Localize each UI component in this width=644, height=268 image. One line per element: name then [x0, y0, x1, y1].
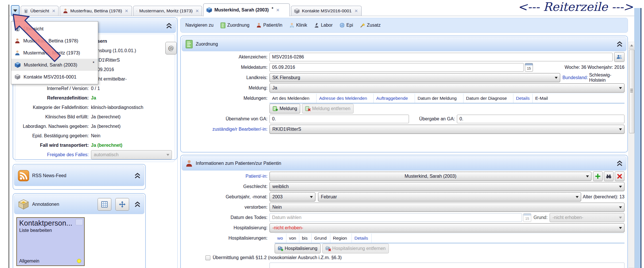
column-header[interactable]: Details	[352, 234, 372, 243]
column-header[interactable]: Adresse des Meldenden	[317, 94, 374, 103]
column-header[interactable]: wo	[275, 234, 286, 243]
todesdatum-input[interactable]: Datum wählen	[269, 213, 522, 222]
patient-remove-button[interactable]	[615, 171, 624, 181]
select-value: -nicht erhoben-	[272, 225, 303, 230]
geburtsmonat-select[interactable]: Februar	[318, 192, 581, 202]
column-header[interactable]: von	[286, 234, 299, 243]
landkreis-select[interactable]: SK Flensburg	[269, 73, 560, 82]
nav-link-klinik[interactable]: Klinik	[289, 23, 307, 28]
tab-mustermann[interactable]: Mustermann, Moritz (1973) ✕	[133, 6, 202, 16]
hospitalisierungen-label: Hospitalisierungen:	[184, 236, 269, 241]
cutoff-input[interactable]	[269, 263, 624, 268]
uebernahme-input[interactable]: 0.	[269, 115, 409, 123]
calendar-picker-button-disabled[interactable]: 15	[523, 213, 531, 222]
hospitalisierung-remove-button[interactable]: Hospitalisierung entfernen	[322, 244, 389, 253]
note-edit-link[interactable]: Liste bearbeiten	[19, 228, 82, 233]
nav-link-epi[interactable]: Epi	[340, 23, 353, 28]
geschlecht-select[interactable]: weiblich	[269, 182, 624, 191]
collapse-chevron-icon[interactable]	[134, 201, 141, 208]
collapse-chevron-icon[interactable]	[134, 173, 141, 179]
column-header[interactable]: Art des Meldenden	[269, 94, 317, 103]
move-layout-button[interactable]	[115, 198, 129, 211]
rss-icon	[18, 170, 29, 181]
menu-item-kontakte[interactable]: Kontakte MSV2016-0001	[11, 71, 98, 83]
calendar-day: 15	[525, 65, 533, 71]
column-header[interactable]: E-Mail	[533, 94, 551, 103]
field-label: InterneRef / Version:	[17, 86, 91, 91]
nav-link-patient[interactable]: Patient/in	[256, 23, 282, 28]
nav-link-labor[interactable]: Labor	[314, 23, 333, 28]
column-header[interactable]: Datum der Meldung	[415, 94, 463, 103]
patient-icon	[256, 23, 261, 28]
patient-search-button[interactable]	[604, 171, 614, 181]
patient-add-button[interactable]	[593, 171, 603, 181]
tab-kontakte[interactable]: Kontakte MSV2016-0001 ✕	[291, 6, 362, 16]
red-x-icon	[617, 174, 622, 179]
collapse-chevron-icon[interactable]	[616, 41, 623, 47]
annotation-note[interactable]: Kontaktperson... Liste bearbeiten Allgem…	[16, 217, 85, 266]
nav-label: Zusatz	[367, 23, 381, 28]
calendar-icon	[525, 63, 533, 65]
close-icon[interactable]: ✕	[354, 9, 358, 13]
remove-report-icon	[305, 106, 311, 111]
nav-link-zusatz[interactable]: Zusatz	[360, 23, 381, 28]
uebernahme-label: Übernahme von GA:	[184, 116, 269, 122]
collapse-chevron-icon[interactable]	[165, 23, 173, 29]
scroll-up-button[interactable]	[629, 42, 634, 49]
column-splitter[interactable]	[177, 17, 178, 268]
column-header[interactable]: Details	[513, 94, 533, 103]
wochenjahr-label: Wochenjahr:	[587, 65, 613, 70]
bundesland-value: Schleswig-Holstein	[589, 73, 624, 83]
tab-label: Kontakte MSV2016-0001	[302, 8, 352, 13]
meldedatum-input[interactable]: 05.09.2016	[269, 63, 524, 72]
close-icon[interactable]: ✕	[125, 9, 128, 13]
hospitalisierungen-table-header: wo von bis Grund Region Details	[275, 233, 624, 243]
geburtsjahr-select[interactable]: 2003	[269, 192, 315, 202]
close-icon[interactable]: ✕	[276, 8, 280, 12]
column-header[interactable]: Grund	[312, 234, 330, 243]
navigate-toolbar: Navigieren zu Zuordnung Patient/in Klini…	[180, 18, 628, 33]
column-header[interactable]: bis	[299, 234, 312, 243]
rss-header: RSS News-Feed	[14, 165, 144, 186]
column-header[interactable]: Region	[330, 234, 352, 243]
aktenzeichen-input[interactable]: MSV2016-0286	[269, 53, 613, 61]
meldung-add-button[interactable]: Meldung	[269, 104, 300, 114]
uebermittlung-checkbox[interactable]	[205, 255, 210, 260]
nav-label: Labor	[321, 23, 333, 28]
vertical-scrollbar[interactable]	[629, 42, 635, 268]
case-link-button[interactable]	[614, 52, 624, 62]
field-label: Klinisches Bild erfüllt:	[17, 114, 91, 120]
meldedatum-label: Meldedatum:	[184, 65, 269, 70]
labor-icon	[314, 23, 319, 28]
email-at-button[interactable]: @	[165, 42, 177, 54]
freigabe-select[interactable]: automatisch	[91, 150, 172, 159]
alter-label: Alter (berechnet):	[583, 194, 618, 199]
calendar-picker-button[interactable]: 15	[525, 63, 533, 72]
tab-musterkind-active[interactable]: Musterkind, Sarah (2003) * ✕	[203, 3, 290, 16]
nav-label: Patient/in	[263, 23, 282, 28]
button-label: Hospitalisierung entfernen	[332, 246, 386, 251]
tab-label: Musterfrau, Bettina (1978)	[70, 8, 122, 13]
bearbeiter-select[interactable]: RKID1\RitterS	[269, 125, 624, 134]
hospitalisierung-add-button[interactable]: Hospitalisierung	[275, 244, 321, 253]
field-value: klinisch-labordiagnostisch	[91, 105, 143, 110]
meldung-select[interactable]: Ja	[269, 83, 624, 93]
tab-musterfrau[interactable]: Musterfrau, Bettina (1978) ✕	[60, 6, 132, 16]
nav-link-zuordnung[interactable]: Zuordnung	[220, 22, 249, 28]
patient-field[interactable]: Musterkind, Sarah (2003)	[269, 172, 591, 181]
verstorben-select[interactable]: Nein	[269, 203, 624, 212]
alter-info: Alter (berechnet): 13	[583, 194, 624, 199]
hospitalisierung-select[interactable]: -nicht erhoben-	[269, 223, 624, 232]
collapse-chevron-icon[interactable]	[616, 160, 623, 167]
select-value: Ja	[272, 85, 277, 91]
annotation-cube-icon	[18, 199, 29, 210]
uebergabe-input[interactable]: 0.	[457, 115, 624, 123]
grid-view-button[interactable]	[98, 198, 111, 211]
scrollbar-thumb[interactable]	[629, 50, 635, 133]
grund-select[interactable]: -nicht erhoben-	[550, 213, 624, 222]
column-header[interactable]: Auftraggebende	[374, 94, 415, 103]
select-value: Nein	[272, 205, 282, 210]
close-icon[interactable]: ✕	[195, 9, 199, 13]
column-header[interactable]: Datum der Diagnose	[463, 94, 513, 103]
meldung-remove-button[interactable]: Meldung entfernen	[302, 104, 353, 114]
